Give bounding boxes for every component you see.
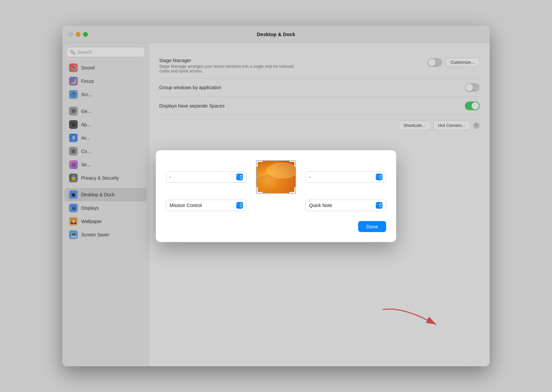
bottom-right-corner-value: Quick Note: [309, 203, 374, 208]
done-button[interactable]: Done: [358, 221, 386, 232]
desktop-preview: [256, 160, 296, 194]
desktop-preview-image: [257, 161, 295, 193]
top-right-corner-select[interactable]: -: [305, 171, 386, 183]
modal-footer: Done: [166, 221, 386, 232]
bottom-left-corner-arrow: [236, 202, 243, 209]
top-left-corner-select[interactable]: -: [166, 171, 247, 183]
preview-corner-tr: [289, 161, 295, 167]
main-window: Desktop & Dock 🔍 Search 🔊 Sound 🌙 Focus …: [62, 26, 490, 366]
bottom-left-corner-select[interactable]: Mission Control: [166, 200, 247, 211]
bottom-right-corner-select[interactable]: Quick Note: [305, 200, 386, 211]
modal-overlay: -: [62, 26, 490, 366]
top-right-corner-arrow: [376, 174, 382, 180]
preview-corner-br: [289, 187, 295, 193]
hot-corners-modal: -: [156, 150, 396, 242]
preview-corner-bl: [257, 187, 263, 193]
bottom-left-corner-value: Mission Control: [170, 203, 234, 208]
preview-corner-tl: [257, 161, 263, 167]
top-left-corner-arrow: [236, 174, 243, 180]
bottom-right-corner-arrow: [376, 202, 382, 209]
desktop-preview-container: [253, 160, 299, 194]
top-left-corner-value: -: [170, 174, 234, 180]
top-right-corner-value: -: [309, 174, 374, 180]
